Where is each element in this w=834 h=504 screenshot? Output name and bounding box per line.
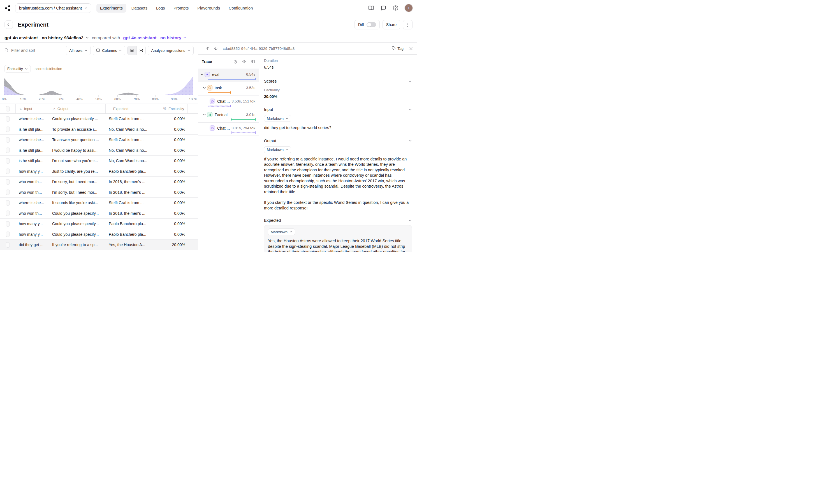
scores-section-header[interactable]: Scores (264, 79, 412, 84)
split-view-button[interactable] (136, 46, 146, 55)
feedback-chat-icon[interactable] (380, 5, 386, 11)
row-checkbox[interactable] (6, 127, 10, 132)
docs-book-icon[interactable] (368, 5, 374, 11)
row-checkbox[interactable] (6, 200, 10, 206)
row-checkbox[interactable] (6, 147, 10, 153)
trace-row-chat[interactable]: Chat ...3.53s, 151 tok (198, 95, 259, 109)
column-header-label: Input (24, 107, 32, 111)
tab-datasets[interactable]: Datasets (128, 4, 151, 13)
table-row[interactable]: did they get ...If you're referring to a… (0, 240, 198, 250)
row-checkbox[interactable] (6, 179, 10, 185)
diff-toggle-button[interactable]: Diff (354, 20, 380, 29)
project-selector[interactable]: braintrustdata.com / Chat assistant (15, 3, 91, 13)
table-row[interactable]: who won th...Could you please specify...… (0, 208, 198, 219)
row-checkbox-cell (0, 179, 16, 185)
x-tick-label: 80% (150, 97, 161, 101)
table-row[interactable]: who won th...I'm sorry, but I need mor..… (0, 177, 198, 187)
table-row[interactable]: how many y...Just to clarify, are you re… (0, 166, 198, 177)
expected-section-header[interactable]: Expected (264, 218, 412, 223)
row-checkbox[interactable] (6, 221, 10, 227)
more-menu-button[interactable] (403, 20, 413, 29)
filter-input[interactable]: Filter and sort (4, 48, 64, 53)
diff-toggle[interactable] (367, 22, 376, 27)
input-label: Input (264, 107, 273, 112)
column-header-factuality[interactable]: %Factuality (152, 104, 188, 113)
trace-row-factual[interactable]: Factual3.01s (198, 109, 259, 122)
close-icon[interactable] (409, 46, 413, 51)
chevron-down-icon[interactable] (200, 73, 204, 76)
row-checkbox[interactable] (6, 242, 10, 248)
baseline-experiment-selector[interactable]: gpt-4o assistant - no history (123, 35, 186, 40)
trace-row-task[interactable]: task3.53s (198, 82, 259, 95)
column-header-input[interactable]: ↘Input (16, 104, 49, 113)
cell-input: how many y... (16, 169, 49, 174)
row-checkbox[interactable] (6, 137, 10, 142)
tab-experiments[interactable]: Experiments (96, 4, 126, 13)
column-header-expected[interactable]: =Expected (105, 104, 152, 113)
expected-format-dropdown[interactable]: Markdown (268, 228, 295, 235)
chevron-down-icon[interactable] (203, 113, 206, 116)
timeline-end-tick (208, 91, 208, 94)
collapse-vertical-icon[interactable] (242, 59, 246, 64)
output-format-dropdown[interactable]: Markdown (264, 146, 291, 153)
table-row[interactable]: is he still pla...To provide an accurate… (0, 124, 198, 135)
row-checkbox[interactable] (6, 168, 10, 174)
span-duration: 3.01s, 794 tok (232, 126, 259, 130)
row-checkbox-cell (0, 242, 16, 248)
column-header-label: Output (58, 107, 68, 111)
columns-dropdown[interactable]: Columns (93, 46, 125, 55)
tab-configuration[interactable]: Configuration (225, 4, 257, 13)
output-section-header[interactable]: Output (264, 139, 412, 143)
row-checkbox-cell (0, 189, 16, 195)
chevron-down-icon[interactable] (203, 86, 206, 89)
tag-button[interactable]: Tag (392, 46, 403, 51)
analyze-regressions-dropdown[interactable]: Analyze regressions (148, 46, 194, 55)
table-row[interactable]: where is she...Could you please clarify … (0, 114, 198, 124)
table-row[interactable]: who won th...I'm sorry, but I need mor..… (0, 187, 198, 198)
select-all-checkbox[interactable] (6, 106, 10, 111)
row-checkbox[interactable] (6, 158, 10, 163)
x-tick-label: 50% (93, 97, 104, 101)
all-rows-dropdown[interactable]: All rows (66, 46, 91, 55)
timeline-end-tick (255, 131, 256, 134)
tab-playgrounds[interactable]: Playgrounds (194, 4, 224, 13)
timer-icon[interactable] (233, 59, 238, 64)
trace-row-chat[interactable]: Chat ...3.01s, 794 tok (198, 122, 259, 136)
row-checkbox[interactable] (6, 232, 10, 237)
tab-logs[interactable]: Logs (152, 4, 169, 13)
table-row[interactable]: where is she...It sounds like you're ask… (0, 198, 198, 208)
input-section-header[interactable]: Input (264, 107, 412, 112)
row-checkbox[interactable] (6, 210, 10, 216)
panel-left-icon[interactable] (250, 59, 255, 64)
row-checkbox-cell (0, 147, 16, 153)
chart-span-icon (207, 112, 213, 117)
tab-prompts[interactable]: Prompts (170, 4, 192, 13)
duration-label: Duration (264, 59, 412, 63)
help-icon[interactable] (393, 5, 398, 11)
column-header-output[interactable]: ↗Output (49, 104, 105, 113)
input-format-dropdown[interactable]: Markdown (264, 115, 291, 122)
row-checkbox[interactable] (6, 189, 10, 195)
braintrust-logo-icon[interactable] (4, 4, 12, 12)
output-format-label: Markdown (267, 147, 284, 152)
factuality-score-value: 20.00% (264, 94, 412, 99)
expected-text: Yes, the Houston Astros were allowed to … (268, 238, 408, 252)
avatar[interactable]: T (405, 4, 413, 12)
table-row[interactable]: where is she...To answer your question .… (0, 135, 198, 145)
table-row[interactable]: is he still pla...I'm not sure who you'r… (0, 156, 198, 166)
table-row[interactable]: is he still pla...I would be happy to as… (0, 145, 198, 156)
table-row[interactable]: did they get ...If you're referring to a… (0, 250, 198, 252)
trace-row-eval[interactable]: eval6.54s (198, 69, 259, 82)
list-view-button[interactable] (128, 46, 136, 55)
table-row[interactable]: how many y...Could you please specify...… (0, 219, 198, 229)
page-header: Experiment Diff Share (0, 16, 417, 33)
metric-selector[interactable]: Factuality (4, 65, 31, 72)
primary-experiment-selector[interactable]: gpt-4o assistant - no history-934e5ca2 (4, 35, 89, 40)
next-row-button[interactable] (214, 46, 218, 51)
prev-row-button[interactable] (205, 46, 210, 51)
view-mode-toggle (127, 46, 146, 55)
back-button[interactable] (4, 20, 13, 29)
table-row[interactable]: how many y...Could you please specify...… (0, 229, 198, 240)
share-button[interactable]: Share (382, 20, 400, 29)
row-checkbox[interactable] (6, 116, 10, 121)
